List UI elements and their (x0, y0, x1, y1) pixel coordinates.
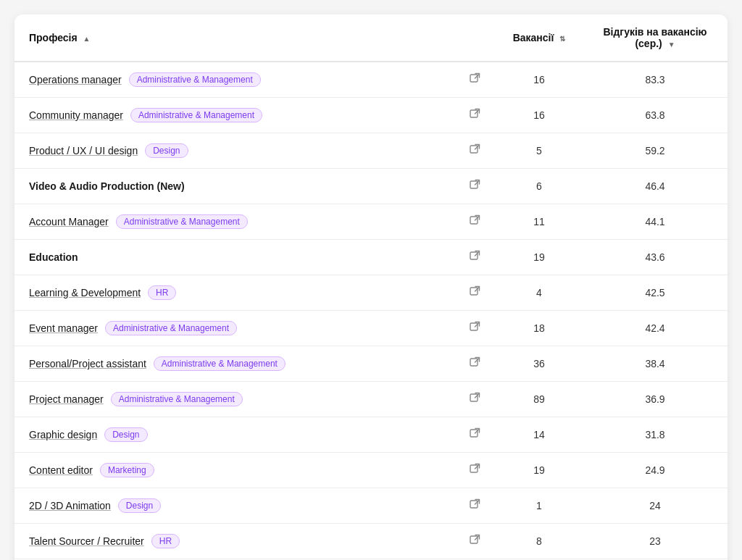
responses-cell: 59.2 (583, 133, 728, 169)
external-link-cell (455, 346, 496, 382)
profession-tag[interactable]: Marketing (100, 463, 154, 477)
profession-tag[interactable]: Design (104, 427, 147, 442)
profession-tag[interactable]: Design (145, 143, 188, 158)
external-link-cell (455, 133, 496, 169)
svg-rect-8 (470, 359, 478, 366)
col-header-responses[interactable]: Відгуків на вакансію (сер.) ▼ (583, 14, 728, 62)
col-header-link (455, 14, 496, 62)
profession-tag[interactable]: Administrative & Management (154, 356, 285, 371)
vacancies-cell: 19 (496, 240, 583, 275)
profession-name[interactable]: Graphic design (29, 429, 97, 440)
table-row: Talent Sourcer / RecruiterHR823 (14, 524, 728, 559)
svg-rect-13 (470, 536, 478, 543)
profession-tag[interactable]: HR (151, 534, 180, 548)
table-row: Content editorMarketing1924.9 (14, 453, 728, 488)
profession-name[interactable]: Education (29, 251, 78, 263)
svg-rect-6 (470, 288, 478, 295)
vacancies-cell: 18 (496, 311, 583, 346)
profession-name[interactable]: Personal/Project assistant (29, 358, 146, 369)
profession-cell: Content editorMarketing (14, 453, 455, 488)
profession-name[interactable]: Event manager (29, 322, 98, 334)
vacancies-cell: 89 (496, 382, 583, 417)
profession-cell: Event managerAdministrative & Management (14, 311, 455, 346)
profession-name[interactable]: Learning & Development (29, 287, 141, 298)
main-table-container: Професія ▲ Вакансії ⇅ Відгуків на ваканс… (14, 14, 728, 560)
responses-cell: 36.9 (583, 382, 728, 417)
vacancies-cell: 4 (496, 275, 583, 311)
svg-rect-2 (470, 146, 478, 153)
svg-rect-5 (470, 252, 478, 259)
table-row: Video & Audio Production (New)646.4 (14, 169, 728, 204)
external-link-cell (455, 311, 496, 346)
profession-name[interactable]: 2D / 3D Animation (29, 500, 111, 511)
vacancies-cell: 16 (496, 98, 583, 133)
col-header-vacancy[interactable]: Вакансії ⇅ (496, 14, 583, 62)
external-link-icon[interactable] (470, 109, 481, 122)
profession-name[interactable]: Video & Audio Production (New) (29, 180, 185, 192)
profession-cell: Education (14, 240, 455, 275)
profession-name[interactable]: Project manager (29, 393, 104, 405)
external-link-icon[interactable] (470, 535, 481, 548)
vacancies-cell: 19 (496, 453, 583, 488)
profession-cell: 2D / 3D AnimationDesign (14, 488, 455, 524)
responses-cell: 83.3 (583, 62, 728, 98)
table-row: Event managerAdministrative & Management… (14, 311, 728, 346)
external-link-icon[interactable] (470, 145, 481, 157)
external-link-icon[interactable] (470, 464, 481, 477)
profession-name[interactable]: Product / UX / UI design (29, 145, 138, 156)
svg-rect-7 (470, 323, 478, 330)
external-link-icon[interactable] (470, 74, 481, 86)
table-header-row: Професія ▲ Вакансії ⇅ Відгуків на ваканс… (14, 14, 728, 62)
profession-cell: Personal/Project assistantAdministrative… (14, 346, 455, 382)
external-link-icon[interactable] (470, 251, 481, 264)
table-row: 2D / 3D AnimationDesign124 (14, 488, 728, 524)
external-link-icon[interactable] (470, 216, 481, 228)
external-link-icon[interactable] (470, 500, 481, 512)
svg-rect-0 (470, 75, 478, 82)
vacancies-cell: 5 (496, 133, 583, 169)
svg-rect-10 (470, 430, 478, 437)
table-row: Graphic designDesign1431.8 (14, 417, 728, 453)
external-link-icon[interactable] (470, 322, 481, 335)
external-link-cell (455, 382, 496, 417)
profession-tag[interactable]: Administrative & Management (116, 214, 248, 229)
profession-cell: Project managerAdministrative & Manageme… (14, 382, 455, 417)
profession-tag[interactable]: Administrative & Management (105, 321, 237, 335)
vacancies-cell: 14 (496, 417, 583, 453)
responses-cell: 24.9 (583, 453, 728, 488)
external-link-icon[interactable] (470, 287, 481, 299)
responses-cell: 38.4 (583, 346, 728, 382)
col-header-profession[interactable]: Професія ▲ (14, 14, 455, 62)
profession-name[interactable]: Content editor (29, 464, 93, 476)
profession-name[interactable]: Community manager (29, 109, 123, 121)
external-link-cell (455, 488, 496, 524)
external-link-icon[interactable] (470, 180, 481, 193)
external-link-icon[interactable] (470, 393, 481, 406)
profession-cell: Learning & DevelopmentHR (14, 275, 455, 311)
profession-tag[interactable]: Design (118, 498, 161, 513)
responses-cell: 23 (583, 524, 728, 559)
profession-tag[interactable]: Administrative & Management (129, 72, 261, 87)
profession-tag[interactable]: HR (148, 285, 176, 300)
external-link-cell (455, 169, 496, 204)
responses-cell: 42.5 (583, 275, 728, 311)
external-link-cell (455, 417, 496, 453)
profession-tag[interactable]: Administrative & Management (111, 392, 243, 406)
responses-cell: 46.4 (583, 169, 728, 204)
responses-cell: 44.1 (583, 204, 728, 240)
profession-cell: Community managerAdministrative & Manage… (14, 98, 455, 133)
table-body: Operations managerAdministrative & Manag… (14, 62, 728, 560)
profession-cell: Talent Sourcer / RecruiterHR (14, 524, 455, 559)
profession-name[interactable]: Account Manager (29, 216, 109, 227)
profession-tag[interactable]: Administrative & Management (130, 108, 262, 122)
table-row: Learning & DevelopmentHR442.5 (14, 275, 728, 311)
table-row: Operations managerAdministrative & Manag… (14, 62, 728, 98)
svg-rect-1 (470, 110, 478, 117)
profession-name[interactable]: Operations manager (29, 74, 122, 85)
external-link-icon[interactable] (470, 429, 481, 441)
profession-cell: Operations managerAdministrative & Manag… (14, 62, 455, 98)
responses-cell: 63.8 (583, 98, 728, 133)
profession-name[interactable]: Talent Sourcer / Recruiter (29, 535, 144, 547)
external-link-icon[interactable] (470, 358, 481, 370)
vacancies-cell: 36 (496, 346, 583, 382)
